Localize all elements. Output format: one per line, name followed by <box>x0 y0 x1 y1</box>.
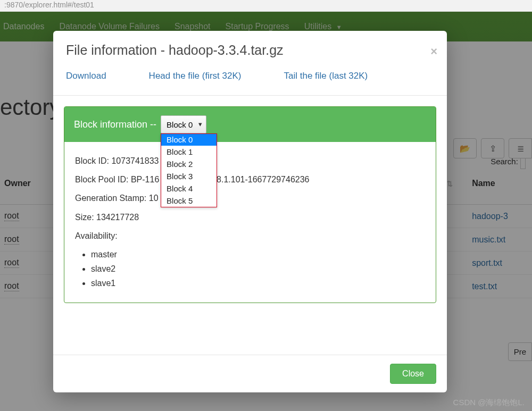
block-select[interactable]: Block 0 <box>161 115 206 133</box>
block-option[interactable]: Block 2 <box>161 158 217 170</box>
modal-header: File information - hadoop-3.3.4.tar.gz × <box>53 31 447 63</box>
availability-item: master <box>91 247 425 262</box>
availability-item: slave1 <box>91 276 425 290</box>
block-option[interactable]: Block 5 <box>161 195 217 207</box>
modal-action-links: Download Head the file (first 32K) Tail … <box>53 63 447 96</box>
block-info-panel: Block information -- Block 0 ▾ Block 0 B… <box>64 106 436 303</box>
block-info-panel-head: Block information -- Block 0 ▾ Block 0 B… <box>64 107 436 142</box>
file-info-modal: File information - hadoop-3.3.4.tar.gz ×… <box>53 31 447 392</box>
gen-stamp-label: Generation Stamp: <box>75 194 149 203</box>
block-select-wrap: Block 0 ▾ Block 0 Block 1 Block 2 Block … <box>161 115 206 133</box>
watermark: CSDN @海绵饱饱L. <box>453 398 525 408</box>
size-label: Size: <box>75 213 96 222</box>
browser-address-bar: :9870/explorer.html#/test01 <box>0 0 532 12</box>
tail-file-link[interactable]: Tail the file (last 32K) <box>284 71 368 81</box>
block-info-body: Block ID: 1073741833 Block Pool ID: BP-1… <box>64 142 436 303</box>
block-dropdown-list[interactable]: Block 0 Block 1 Block 2 Block 3 Block 4 … <box>161 133 217 207</box>
size-value: 134217728 <box>96 213 139 222</box>
block-id-value: 1073741833 <box>111 156 159 165</box>
gen-stamp-value: 10 <box>149 194 159 203</box>
modal-close-x[interactable]: × <box>430 45 437 58</box>
close-button[interactable]: Close <box>390 364 436 384</box>
block-info-label: Block information -- <box>74 119 156 130</box>
block-pool-value: BP-116 <box>131 175 159 184</box>
block-pool-label: Block Pool ID: <box>75 175 131 184</box>
availability-item: slave2 <box>91 262 425 276</box>
generation-stamp-row: Generation Stamp: 10 <box>75 189 425 207</box>
block-option[interactable]: Block 1 <box>161 146 217 158</box>
availability-list: master slave2 slave1 <box>91 247 425 291</box>
download-link[interactable]: Download <box>66 71 106 81</box>
size-row: Size: 134217728 <box>75 208 425 227</box>
block-id-label: Block ID: <box>75 156 111 165</box>
head-file-link[interactable]: Head the file (first 32K) <box>149 71 242 81</box>
block-option[interactable]: Block 4 <box>161 182 217 195</box>
block-pool-tail: 168.1.101-1667729746236 <box>207 175 309 184</box>
modal-title: File information - hadoop-3.3.4.tar.gz <box>66 43 284 57</box>
block-pool-id-row: Block Pool ID: BP-116168.1.101-166772974… <box>75 170 425 189</box>
block-option[interactable]: Block 0 <box>161 133 217 146</box>
availability-label: Availability: <box>75 227 425 245</box>
block-option[interactable]: Block 3 <box>161 170 217 182</box>
block-id-row: Block ID: 1073741833 <box>75 152 425 170</box>
modal-footer: Close <box>53 355 447 392</box>
